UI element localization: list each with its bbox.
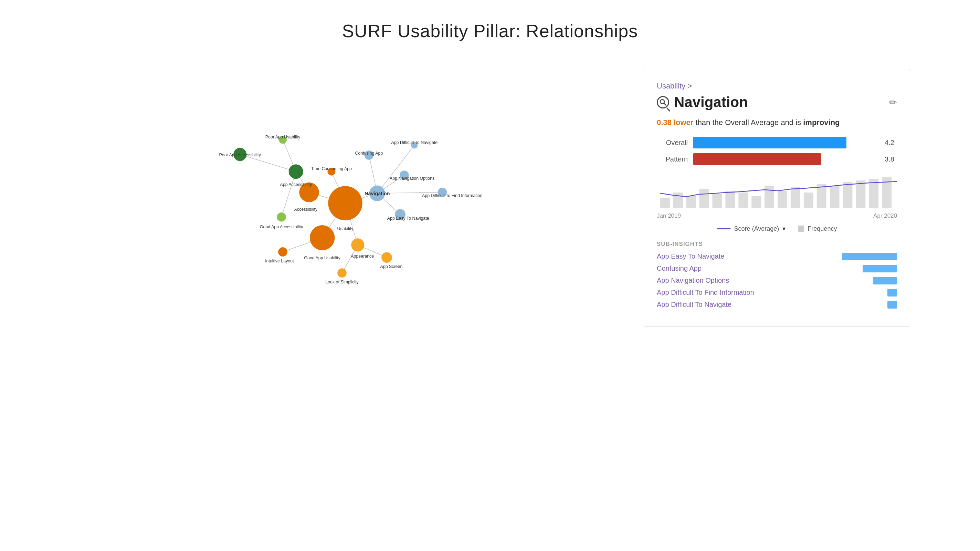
network-graph: UsabilityNavigationAccessibilityGood App… xyxy=(69,69,615,293)
svg-rect-24 xyxy=(725,191,735,208)
axis-left: Jan 2019 xyxy=(657,212,681,219)
trend-chart xyxy=(657,172,897,210)
svg-rect-34 xyxy=(856,180,865,208)
svg-rect-23 xyxy=(713,194,722,208)
graph-node-good_usability[interactable] xyxy=(310,225,335,250)
svg-rect-21 xyxy=(686,196,696,208)
edit-icon[interactable]: ✏ xyxy=(889,97,897,108)
stat-value: 0.38 lower xyxy=(657,118,693,127)
sub-insights-title: SUB-INSIGHTS xyxy=(657,241,897,248)
legend-score-label: Score (Average) xyxy=(734,225,779,233)
svg-rect-30 xyxy=(804,193,813,208)
graph-node-look_simplicity[interactable] xyxy=(337,268,347,277)
graph-label-nav_options: App Navigation Options xyxy=(390,176,434,181)
legend-box-frequency xyxy=(798,226,804,232)
graph-label-easy_navigate: App Easy To Navigate xyxy=(387,216,429,221)
sub-insight-label-1[interactable]: App Easy To Navigate xyxy=(657,252,724,260)
bar-value-overall: 4.2 xyxy=(885,139,897,147)
panel-title: Navigation xyxy=(674,94,748,111)
main-content: UsabilityNavigationAccessibilityGood App… xyxy=(0,41,980,327)
detail-panel: Usability > Navigation ✏ 0.38 lower than… xyxy=(643,69,911,327)
stat-line: 0.38 lower than the Overall Average and … xyxy=(657,118,897,127)
graph-node-app_screen[interactable] xyxy=(382,252,392,263)
bar-row-pattern: Pattern 3.8 xyxy=(657,153,897,165)
graph-node-usability[interactable] xyxy=(328,186,362,220)
legend-frequency: Frequency xyxy=(798,225,837,233)
sub-insight-row-4: App Difficult To Find Information xyxy=(657,288,897,296)
sub-insight-label-5[interactable]: App Difficult To Navigate xyxy=(657,301,732,309)
breadcrumb-separator: > xyxy=(687,81,692,91)
graph-label-difficult_navigate: App Difficult To Navigate xyxy=(391,140,438,145)
trend-axis: Jan 2019 Apr 2020 xyxy=(657,212,897,219)
legend-score-dropdown[interactable]: ▾ xyxy=(783,225,786,233)
bar-fill-overall xyxy=(693,137,846,148)
graph-node-good_accessibility[interactable] xyxy=(277,212,286,222)
sub-insights-list: App Easy To Navigate Confusing App App N… xyxy=(657,252,897,309)
bar-label-overall: Overall xyxy=(657,139,688,147)
sub-insight-bar-1 xyxy=(842,253,897,260)
breadcrumb: Usability > xyxy=(657,81,897,91)
trend-section: Jan 2019 Apr 2020 xyxy=(657,172,897,220)
svg-rect-29 xyxy=(791,187,800,208)
svg-rect-19 xyxy=(660,197,670,208)
bar-track-overall xyxy=(693,137,876,148)
graph-label-app_accessibility: App Accessibility xyxy=(280,182,312,187)
graph-label-good_accessibility: Good App Accessibility xyxy=(260,225,303,229)
legend-frequency-label: Frequency xyxy=(808,225,837,233)
svg-line-18 xyxy=(664,104,666,105)
bar-fill-pattern xyxy=(693,153,821,165)
stat-text: than the Overall Average and is xyxy=(696,118,803,127)
svg-rect-20 xyxy=(673,193,683,208)
graph-label-confusing: Confusing App xyxy=(355,151,383,156)
svg-rect-27 xyxy=(765,186,774,208)
svg-rect-26 xyxy=(751,196,761,208)
bar-section: Overall 4.2 Pattern 3.8 xyxy=(657,137,897,165)
sub-insight-bar-5 xyxy=(888,301,897,309)
graph-label-navigation: Navigation xyxy=(364,191,390,196)
legend-line-score xyxy=(717,228,731,229)
bar-row-overall: Overall 4.2 xyxy=(657,137,897,148)
svg-rect-22 xyxy=(700,189,709,208)
graph-label-difficult_find: App Difficult To Find Information xyxy=(422,193,482,198)
graph-label-time_consuming: Time Consuming App xyxy=(311,166,352,171)
sub-insight-bar-2 xyxy=(862,265,897,272)
svg-rect-28 xyxy=(778,191,787,208)
axis-right: Apr 2020 xyxy=(873,212,897,219)
sub-insight-bar-4 xyxy=(888,289,897,296)
graph-node-app_accessibility[interactable] xyxy=(289,164,303,179)
graph-label-accessibility: Accessibility xyxy=(294,207,318,212)
sub-insight-row-3: App Navigation Options xyxy=(657,277,897,285)
search-icon xyxy=(657,96,669,108)
sub-insight-label-2[interactable]: Confusing App xyxy=(657,264,702,272)
legend-row: Score (Average) ▾ Frequency xyxy=(657,225,897,233)
legend-score: Score (Average) ▾ xyxy=(717,225,786,233)
graph-label-usability: Usability xyxy=(337,226,354,231)
svg-rect-25 xyxy=(738,193,748,208)
stat-improving: improving xyxy=(803,118,840,127)
graph-node-appearance[interactable] xyxy=(351,238,364,252)
panel-title-row: Navigation ✏ xyxy=(657,94,897,111)
graph-label-app_screen: App Screen xyxy=(380,264,402,269)
sub-insight-label-4[interactable]: App Difficult To Find Information xyxy=(657,288,754,296)
graph-label-appearance: Appearance xyxy=(351,254,374,259)
graph-svg: UsabilityNavigationAccessibilityGood App… xyxy=(69,69,615,293)
svg-rect-33 xyxy=(843,182,852,208)
graph-label-poor_accessibility: Poor App Accessibility xyxy=(219,153,261,158)
graph-label-poor_usability: Poor App Usability xyxy=(266,135,301,140)
graph-node-intuitive[interactable] xyxy=(278,247,288,256)
sub-insight-label-3[interactable]: App Navigation Options xyxy=(657,277,729,285)
bar-track-pattern xyxy=(693,153,876,165)
sub-insight-bar-3 xyxy=(873,277,897,285)
bar-value-pattern: 3.8 xyxy=(885,155,897,163)
bar-label-pattern: Pattern xyxy=(657,155,688,163)
graph-label-look_simplicity: Look of Simplicity xyxy=(325,280,359,285)
sub-insight-row-1: App Easy To Navigate xyxy=(657,252,897,260)
svg-rect-32 xyxy=(830,186,840,208)
graph-label-intuitive: Intuitive Layout xyxy=(265,259,294,263)
page-title: SURF Usability Pillar: Relationships xyxy=(0,0,980,41)
panel-title-inner: Navigation xyxy=(657,94,748,111)
breadcrumb-parent[interactable]: Usability xyxy=(657,81,685,91)
sub-insight-row-2: Confusing App xyxy=(657,264,897,272)
sub-insight-row-5: App Difficult To Navigate xyxy=(657,301,897,309)
graph-label-good_usability: Good App Usability xyxy=(304,256,340,260)
